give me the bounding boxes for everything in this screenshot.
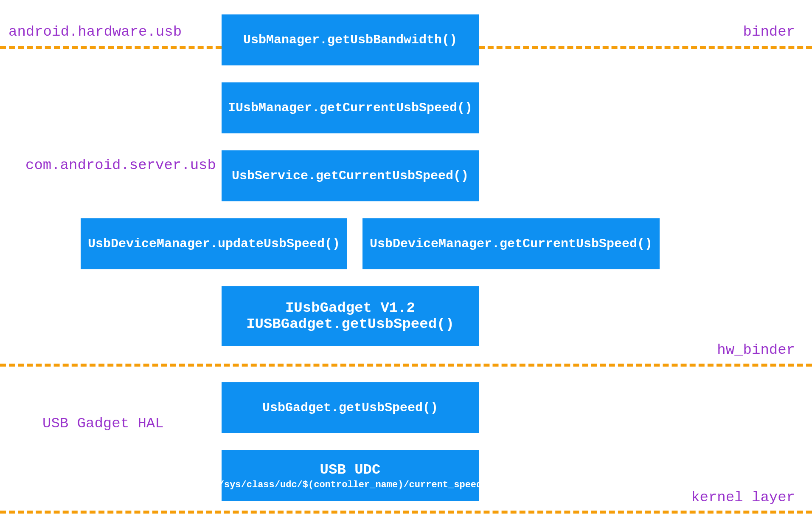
text-b7: UsbGadget.getUsbSpeed() <box>262 401 438 415</box>
text-b1: UsbManager.getUsbBandwidth() <box>243 33 457 47</box>
label-binder: binder <box>743 24 795 40</box>
text-b6-title: IUsbGadget V1.2 <box>285 300 415 316</box>
box-iusbgadget-v12: IUsbGadget V1.2 IUSBGadget.getUsbSpeed() <box>222 286 479 346</box>
box-usbservice-getcurrentusbspeed: UsbService.getCurrentUsbSpeed() <box>222 150 479 201</box>
box-usbdevicemanager-getcurrentusbspeed: UsbDeviceManager.getCurrentUsbSpeed() <box>362 218 660 269</box>
label-hw-binder: hw_binder <box>717 342 795 358</box>
label-usb-gadget-hal: USB Gadget HAL <box>42 415 164 432</box>
box-usbmanager-getusbbandwidth: UsbManager.getUsbBandwidth() <box>222 14 479 65</box>
text-b4: UsbDeviceManager.updateUsbSpeed() <box>88 237 340 251</box>
box-iusbmanager-getcurrentusbspeed: IUsbManager.getCurrentUsbSpeed() <box>222 82 479 133</box>
box-usbdevicemanager-updateusbspeed: UsbDeviceManager.updateUsbSpeed() <box>81 218 347 269</box>
label-kernel-layer: kernel layer <box>691 489 795 505</box>
kernel-line <box>0 511 812 514</box>
binder-line-right <box>479 46 812 49</box>
label-android-hardware-usb: android.hardware.usb <box>8 24 182 40</box>
box-usbgadget-getusbspeed: UsbGadget.getUsbSpeed() <box>222 382 479 433</box>
text-b2: IUsbManager.getCurrentUsbSpeed() <box>228 101 472 115</box>
text-b5: UsbDeviceManager.getCurrentUsbSpeed() <box>370 237 652 251</box>
binder-line-left <box>0 46 222 49</box>
label-com-android-server-usb: com.android.server.usb <box>25 157 216 173</box>
hw-binder-line <box>0 364 812 367</box>
text-b8-sub: /sys/class/udc/$(controller_name)/curren… <box>219 480 482 490</box>
text-b6-sub: IUSBGadget.getUsbSpeed() <box>246 316 454 332</box>
text-b3: UsbService.getCurrentUsbSpeed() <box>232 169 469 183</box>
text-b8-title: USB UDC <box>320 462 381 478</box>
box-usb-udc: USB UDC /sys/class/udc/$(controller_name… <box>222 450 479 501</box>
